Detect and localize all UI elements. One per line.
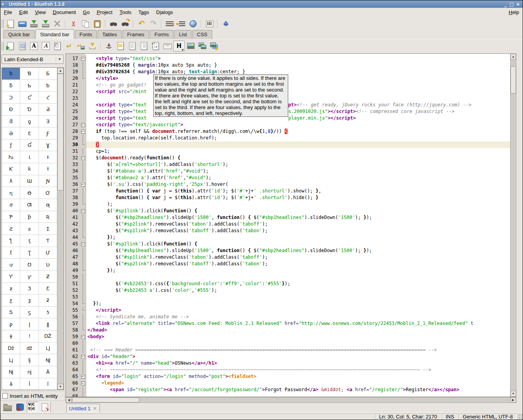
new-button[interactable] [5,18,16,29]
charmap-cell[interactable]: ǉ [20,354,39,366]
charmap-cell[interactable]: ǁ [39,318,57,330]
fold-toggle-icon[interactable] [81,242,85,246]
charmap-cell[interactable]: ƙ [20,163,39,175]
charmap-cell[interactable]: Ƶ [39,271,57,283]
charmap-cell[interactable]: ǐ [39,378,57,390]
charmap-cell[interactable]: ƴ [20,271,39,283]
charmap-cell[interactable]: ƫ [20,235,39,247]
preview-in-browser-button[interactable] [187,18,199,29]
unindent-button[interactable] [164,18,176,29]
preferences-button[interactable] [204,18,215,29]
charmap-cell[interactable]: Ə [2,127,20,139]
maximize-button[interactable]: □ [509,1,515,8]
tab-standard-bar[interactable]: Standard bar [35,29,74,39]
copy-button[interactable] [80,18,91,29]
charmap-cell[interactable]: ƪ [2,235,20,247]
code-line[interactable]: 60 [66,340,510,347]
charmap-cell[interactable]: ƍ [20,116,39,128]
code-line[interactable]: 57 <link rel="alternate" title="OSNews.c… [66,320,510,327]
charmap-cell[interactable]: ơ [2,199,20,211]
charmap-cell[interactable]: Ʈ [20,247,39,259]
charmap-cell[interactable]: ƌ [2,116,20,128]
code-line[interactable]: 53 [66,294,510,300]
code-line[interactable]: 66 <legend> [66,380,510,386]
charmap-cell[interactable]: Ɵ [20,187,39,199]
comment-button[interactable] [150,41,161,51]
code-line[interactable]: 37 function() { var j = $(this).attr('id… [66,188,510,194]
indent-button[interactable] [176,18,187,29]
charmap-cell[interactable]: ƨ [20,223,39,235]
body-button[interactable] [16,41,28,51]
charmap-cell[interactable]: ǌ [20,366,39,378]
charmap-cell[interactable]: Ƒ [39,127,57,139]
charmap-cell[interactable]: Ɛ [20,127,39,139]
charmap-cell[interactable]: Ƈ [20,92,39,104]
charmap-cell[interactable]: Ƌ [39,104,57,116]
code-line[interactable]: 29 top.location.replace(self.location.hr… [66,135,510,141]
code-line[interactable]: 27 <script type="text/javascript"> [66,122,510,128]
bold-button[interactable] [28,41,40,51]
scroll-right-icon[interactable]: ▶ [510,397,516,402]
charmap-cell[interactable]: ƻ [39,295,57,307]
break-button[interactable] [63,41,75,51]
charmap-cell[interactable]: ǈ [2,354,20,366]
charmap-cell[interactable]: Ɖ [2,104,20,116]
tab-css[interactable]: CSS [192,30,212,39]
code-line[interactable]: 42 $("#sp2link").removeClass('tabon').ad… [66,221,510,228]
menu-help[interactable]: Help [505,8,523,17]
code-line[interactable]: 67 <span id="register"><a href="/account… [66,386,510,393]
charmap-cell[interactable]: Ƭ [39,235,57,247]
code-line[interactable]: 48 $("#sp2link").removeClass('taboff').a… [66,261,510,267]
charmap-cell[interactable]: ƞ [2,187,20,199]
fold-toggle-icon[interactable] [81,156,85,160]
view-toolbars-button[interactable] [220,18,232,29]
minimize-button[interactable]: _ [502,1,509,8]
code-line[interactable]: 31 cp=1; [66,148,510,155]
charmap-cell[interactable]: ƚ [39,163,57,175]
scroll-down-icon[interactable]: ▼ [511,391,516,397]
charmap-cell[interactable]: Ɗ [20,104,39,116]
code-line[interactable]: 41 $("#sbp2headlines").slideUp('1500', f… [66,214,510,221]
charmap-cell[interactable]: Ƥ [2,211,20,223]
code-line[interactable]: 59<body> [66,334,510,340]
charmap-category-select[interactable]: Latin Extended-B ▼ [2,55,64,64]
window-menu-icon[interactable]: ▾ [2,2,7,6]
menu-view[interactable]: View [31,8,49,17]
code-line[interactable]: 40 $('#sp1link').click(function() { [66,208,510,214]
charmap-cell[interactable]: Ǉ [39,342,57,355]
fold-toggle-icon[interactable] [81,375,85,379]
charmap-cell[interactable]: Ɔ [2,92,20,104]
resize-grip[interactable] [517,413,523,420]
heading-button[interactable] [173,41,185,51]
close-document-button[interactable] [51,18,63,29]
charmap-cell[interactable]: Ƣ [20,199,39,211]
rule-button[interactable] [115,41,126,51]
charmap-cell[interactable]: ǆ [20,342,39,355]
charmap-cell[interactable]: ƕ [2,151,20,163]
charmap-cell[interactable]: Ʀ [39,211,57,223]
quickstart-button[interactable] [5,41,16,51]
code-line[interactable]: 39 ); [66,201,510,208]
charmap-cell[interactable]: Ɨ [39,151,57,163]
code-line[interactable]: 30 } [66,141,510,148]
code-line[interactable]: 17 <style type="text/css"> [66,55,510,62]
charmap-cell[interactable]: ƽ [20,307,39,319]
close-button[interactable]: × [515,1,521,8]
panel-tab-char-map[interactable] [27,402,38,413]
cut-button[interactable] [68,18,80,29]
tab-list[interactable]: List [174,30,191,39]
charmap-cell[interactable]: ƹ [2,295,20,307]
charmap-cell[interactable]: Ʋ [39,259,57,271]
charmap-cell[interactable]: Ƨ [2,223,20,235]
code-line[interactable]: 38 function() { var j = $(this).attr('id… [66,194,510,201]
fold-toggle-icon[interactable] [81,335,85,339]
menu-edit[interactable]: Edit [16,8,31,17]
tab-forms[interactable]: Forms [150,30,174,39]
charmap-cell[interactable]: Ǆ [39,330,57,342]
charmap-cell[interactable]: Ǝ [39,116,57,128]
code-line[interactable]: 62<div id="header"> [66,353,510,360]
charmap-cell[interactable]: Ƴ [2,271,20,283]
code-line[interactable]: 45 $('#sp2link').click(function() { [66,241,510,247]
multi-thumbnail-button[interactable] [208,41,220,51]
panel-tab-snippets[interactable] [39,402,51,413]
